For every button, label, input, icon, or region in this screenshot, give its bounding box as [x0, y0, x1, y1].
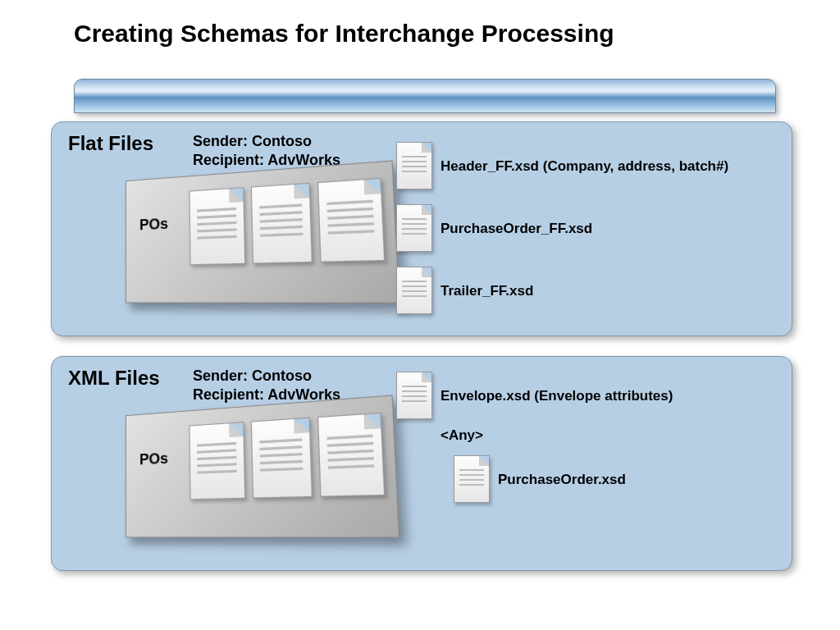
envelope-doc-icon [317, 178, 385, 262]
xml-files-meta: Sender: Contoso Recipient: AdvWorks [193, 367, 340, 404]
envelope-label: POs [139, 450, 168, 469]
file-label-header-ff: Header_FF.xsd (Company, address, batch#) [441, 158, 728, 175]
glass-bar-decor [74, 79, 776, 113]
flat-files-envelope: POs [126, 160, 399, 303]
file-label-po-ff: PurchaseOrder_FF.xsd [441, 221, 592, 237]
envelope-doc-icon [189, 422, 246, 500]
any-element-label: <Any> [441, 427, 483, 444]
file-icon [396, 142, 432, 189]
xml-files-panel: XML Files Sender: Contoso Recipient: Adv… [51, 356, 792, 571]
envelope-doc-icon [317, 413, 385, 497]
file-icon [396, 267, 432, 314]
envelope-doc-icon [189, 187, 246, 265]
flat-files-panel: Flat Files Sender: Contoso Recipient: Ad… [51, 121, 792, 336]
flat-files-meta: Sender: Contoso Recipient: AdvWorks [193, 132, 340, 169]
slide-title: Creating Schemas for Interchange Process… [74, 20, 614, 48]
file-label-envelope-xsd: Envelope.xsd (Envelope attributes) [441, 388, 673, 404]
xml-files-panel-title: XML Files [68, 367, 160, 390]
envelope-doc-icon [251, 183, 313, 264]
envelope-label: POs [139, 216, 168, 235]
file-label-po-xsd: PurchaseOrder.xsd [498, 472, 626, 488]
flat-files-panel-title: Flat Files [68, 132, 153, 155]
file-label-trailer-ff: Trailer_FF.xsd [441, 283, 533, 299]
file-icon [454, 455, 490, 503]
file-icon [396, 372, 432, 419]
xml-files-envelope: POs [126, 395, 399, 537]
envelope-doc-icon [251, 418, 313, 499]
file-icon [396, 204, 432, 252]
